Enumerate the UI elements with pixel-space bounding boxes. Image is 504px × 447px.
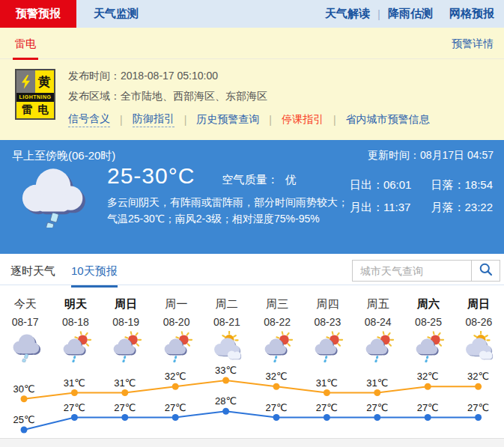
search-input[interactable] [352,260,472,282]
svg-text:31℃: 31℃ [114,377,136,389]
day-name-08-18[interactable]: 明天 [50,297,100,310]
day-date-08-25: 08-25 [403,316,453,329]
publish-area-value: 全市陆地、西部海区、东部海区 [121,90,267,102]
weather-app: 预警预报 天气监测 天气解读 | 降雨估测 网格预报 雷电 预警详情 黄 LIG… [0,0,504,447]
current-weather-panel: 早上至傍晚(06-20时) 更新时间：08月17日 04:57 25-30°C [0,140,504,254]
publish-time-value: 2018-08-17 05:10:00 [121,70,218,82]
weather-icon-sun-rain [252,331,302,365]
nav-separator: | [377,7,380,20]
weather-description-line1: 多云间阴天，有阵雨或雷阵雨，部分时间雨势较大； [107,194,362,210]
day-date-08-23: 08-23 [303,316,353,329]
forecast-period: 早上至傍晚(06-20时) [12,149,115,163]
svg-text:27℃: 27℃ [265,402,287,413]
day-date-08-19: 08-19 [101,316,151,329]
magnifier-icon [479,262,494,279]
link-separator: | [120,114,123,126]
warning-type-label: 雷电 [16,102,54,118]
top-nav: 预警预报 天气监测 天气解读 | 降雨估测 网格预报 [0,0,504,28]
nav-link-grid-forecast[interactable]: 网格预报 [449,7,494,21]
ten-day-forecast: 今天明天周日周一周二周三周四周五周六周日 08-1708-1808-1908-2… [0,290,504,438]
city-search [352,260,500,282]
weather-description-line2: 气温25-30℃；南风2-3级；相对湿度75%-95% [107,210,362,227]
tab-ten-day-forecast[interactable]: 10天预报 [71,264,118,288]
day-name-08-22[interactable]: 周三 [252,297,302,310]
warning-links: 信号含义 | 防御指引 | 历史预警查询 | 停课指引 | 省内城市预警信息 [68,112,430,127]
moonrise-time: 月出：11:37 [350,201,412,215]
link-signal-meaning[interactable]: 信号含义 [68,112,110,127]
tab-weather-monitoring[interactable]: 天气监测 [78,0,154,28]
day-date-08-24: 08-24 [353,316,403,329]
day-date-08-22: 08-22 [252,316,302,329]
warning-body: 黄 LIGHTNING 雷电 发布时间：2018-08-17 05:10:00 … [0,59,504,127]
svg-text:30℃: 30℃ [13,383,34,395]
day-name-08-25[interactable]: 周六 [403,297,453,310]
weather-icon-sun-rain [403,331,453,365]
current-weather-main: 25-30°C 空气质量：优 多云间阴天，有阵雨或雷阵雨，部分时间雨势较大； 气… [107,163,362,227]
svg-text:27℃: 27℃ [467,402,489,413]
svg-text:25℃: 25℃ [13,414,34,425]
link-separator: | [269,114,272,126]
nav-link-weather-interpretation[interactable]: 天气解读 [325,7,370,21]
day-name-08-17[interactable]: 今天 [0,297,50,310]
link-class-suspension-guide[interactable]: 停课指引 [282,113,324,127]
svg-text:33℃: 33℃ [215,365,237,376]
day-name-08-23[interactable]: 周四 [303,297,353,310]
warning-detail-link[interactable]: 预警详情 [452,37,494,51]
day-name-08-19[interactable]: 周日 [101,297,151,310]
weather-icon-rain [0,331,50,365]
nav-link-rainfall-estimate[interactable]: 降雨估测 [388,7,433,21]
warning-level-char: 黄 [35,70,54,93]
publish-area-label: 发布区域： [68,90,121,102]
day-date-08-20: 08-20 [151,316,201,329]
publish-area-line: 发布区域：全市陆地、西部海区、东部海区 [68,89,430,103]
warning-type-tab[interactable]: 雷电 [13,37,38,60]
warning-info: 发布时间：2018-08-17 05:10:00 发布区域：全市陆地、西部海区、… [68,69,430,127]
temperature-range: 25-30°C [107,163,195,189]
link-separator: | [333,114,336,126]
weather-icon-sun-rain [101,331,151,365]
forecast-tabbar: 逐时天气 10天预报 [0,254,504,290]
lightning-warning-sign: 黄 LIGHTNING 雷电 [15,69,55,120]
tab-hourly-weather[interactable]: 逐时天气 [10,264,55,279]
svg-text:27℃: 27℃ [64,402,85,413]
day-name-08-21[interactable]: 周二 [201,297,252,310]
bottom-strip [0,438,504,447]
tab-warning-forecast[interactable]: 预警预报 [0,0,76,28]
weather-icon-sun-cloud [201,331,252,365]
svg-text:27℃: 27℃ [114,402,136,413]
svg-text:27℃: 27℃ [417,402,439,413]
lightning-bolt-icon [16,70,35,93]
day-date-08-17: 08-17 [0,316,50,329]
weather-icon-sun-cloud [454,331,504,365]
warning-en-label: LIGHTNING [16,93,54,102]
warning-header: 雷电 预警详情 [0,28,504,59]
link-separator: | [184,114,187,126]
air-quality-label: 空气质量： [222,173,278,186]
forecast-day-names: 今天明天周日周一周二周三周四周五周六周日 [0,290,504,310]
day-date-08-21: 08-21 [201,316,252,329]
day-name-08-26[interactable]: 周日 [454,297,504,310]
link-province-city-warnings[interactable]: 省内城市预警信息 [346,113,430,127]
weather-icon-sun-rain [353,331,403,365]
forecast-dates: 08-1708-1808-1908-2008-2108-2208-2308-24… [0,310,504,329]
search-button[interactable] [471,260,500,282]
moonset-time: 月落：23:22 [431,201,493,215]
weather-icon-sun-rain [50,331,100,365]
update-time-value: 08月17日 04:57 [420,149,494,161]
publish-time-line: 发布时间：2018-08-17 05:10:00 [68,69,430,82]
svg-text:32℃: 32℃ [467,371,489,382]
day-name-08-20[interactable]: 周一 [151,297,201,310]
svg-text:27℃: 27℃ [165,402,186,413]
svg-text:31℃: 31℃ [64,377,85,389]
svg-text:27℃: 27℃ [316,402,338,413]
day-date-08-26: 08-26 [454,316,504,329]
cloud-rain-icon [19,165,87,231]
svg-text:32℃: 32℃ [265,371,287,382]
update-time-label: 更新时间： [368,149,420,161]
link-history-warning-query[interactable]: 历史预警查询 [196,113,259,127]
weather-icon-sun-rain [303,331,353,365]
svg-text:31℃: 31℃ [316,377,338,389]
weather-description: 多云间阴天，有阵雨或雷阵雨，部分时间雨势较大； 气温25-30℃；南风2-3级；… [107,194,362,227]
day-name-08-24[interactable]: 周五 [353,297,403,310]
link-defense-guide[interactable]: 防御指引 [133,112,174,127]
